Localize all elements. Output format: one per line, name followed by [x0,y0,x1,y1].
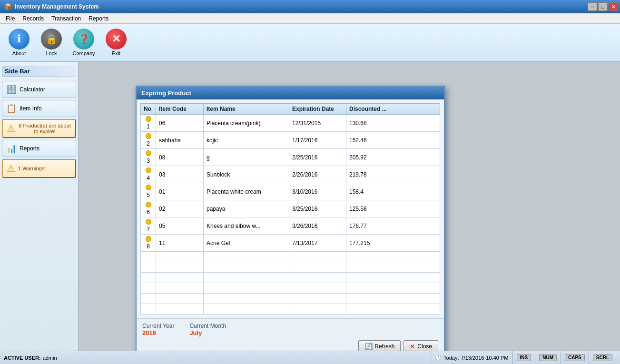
calculator-icon: 🔢 [6,84,17,95]
cell-no: 2 [141,132,156,149]
dialog-footer: Current Year 2016 Current Month July 🔄 R… [137,318,444,351]
expiring-product-dialog: Expiring Product No Item Code Item Name … [136,86,445,351]
caps-key: CAPS [561,351,589,364]
caps-label: CAPS [565,354,585,361]
products-expiring-button[interactable]: ⚠ 8 Product(s) are about to expire! [2,119,76,138]
num-key: NUM [535,351,561,364]
cell-no: 5 [141,183,156,200]
row-indicator [146,150,151,156]
today-label: Today: [443,355,459,361]
close-window-button[interactable]: ✕ [609,2,618,11]
exit-button[interactable]: ✕ Exit [101,26,131,59]
row-indicator [146,219,151,225]
current-year-value: 2016 [142,329,174,336]
cell-code: 03 [156,166,204,183]
table-row[interactable]: 8 11 Acne Gel 7/13/2017 177.215 [141,235,440,252]
cell-code: 02 [156,200,204,217]
sidebar-title: Side Bar [2,66,76,77]
refresh-icon: 🔄 [364,343,373,350]
cell-name: kojic [204,132,289,149]
status-bar: ACTIVE USER: admin 🕐 Today: 7/13/2016 10… [0,351,620,364]
cell-code: 06 [156,115,204,132]
scrl-label: SCRL [593,354,612,361]
warnings-button[interactable]: ⚠ 1 Warnings! [2,159,76,178]
col-item-code: Item Code [156,104,204,115]
current-month-section: Current Month July [189,323,226,336]
current-month-label: Current Month [189,323,226,329]
reports-button[interactable]: 📊 Reports [2,140,76,157]
cell-discounted: 130.68 [346,115,440,132]
cell-name: Acne Gel [204,235,289,252]
warnings-label: 1 Warnings! [18,166,46,171]
table-row-empty [141,304,440,315]
cell-code: 01 [156,183,204,200]
col-item-name: Item Name [204,104,289,115]
menu-transaction[interactable]: Transaction [48,14,85,23]
table-row[interactable]: 4 03 Sunblock 2/26/2016 219.78 [141,166,440,183]
table-row[interactable]: 7 05 Knees and elbow w... 3/26/2016 176.… [141,217,440,235]
close-dialog-button[interactable]: ✕ Close [403,340,438,351]
cell-name: g [204,149,289,166]
reports-icon: 📊 [6,143,17,154]
table-row-empty [141,294,440,304]
calculator-label: Calculator [20,86,45,93]
ins-key: INS [512,351,535,364]
table-row-empty [141,283,440,294]
item-info-button[interactable]: 📋 Item Info [2,100,76,117]
table-row[interactable]: 3 08 g 2/25/2016 205.92 [141,149,440,166]
cell-no: 4 [141,166,156,183]
active-user-name: admin [43,355,57,361]
status-indicators: 🕐 Today: 7/13/2016 10:40 PM INS NUM CAPS… [431,351,616,364]
cell-discounted: 177.215 [346,235,440,252]
about-label: About [12,50,26,56]
app-icon: 📦 [4,3,12,10]
cell-exp-date: 3/10/2016 [289,183,346,200]
cell-no: 1 [141,115,156,132]
footer-info: Current Year 2016 Current Month July [142,323,438,336]
cell-exp-date: 2/25/2016 [289,149,346,166]
lock-label: Lock [46,50,57,56]
row-indicator [146,236,151,242]
active-user-label: ACTIVE USER: [4,355,41,361]
lock-button[interactable]: 🔒 Lock [36,26,67,59]
sidebar: Side Bar 🔢 Calculator 📋 Item Info ⚠ 8 Pr… [0,62,79,351]
num-label: NUM [539,354,557,361]
lock-icon: 🔒 [41,29,62,49]
current-month-value: July [189,329,226,336]
current-time: 10:40 PM [486,355,508,361]
table-row[interactable]: 2 sahhaha kojic 1/17/2016 152.46 [141,132,440,149]
table-row[interactable]: 5 01 Placenta white cream 3/10/2016 158.… [141,183,440,200]
table-row[interactable]: 6 02 papaya 3/25/2016 125.58 [141,200,440,217]
row-indicator [146,116,151,122]
refresh-button[interactable]: 🔄 Refresh [358,340,401,351]
product-table-body: 1 06 Placenta cream(pink) 12/31/2015 130… [141,115,440,315]
dialog-title: Expiring Product [141,89,191,97]
minimize-button[interactable]: ─ [588,2,597,11]
cell-exp-date: 2/26/2016 [289,166,346,183]
cell-name: Placenta cream(pink) [204,115,289,132]
cell-name: Placenta white cream [204,183,289,200]
cell-discounted: 219.78 [346,166,440,183]
toolbar: ℹ About 🔒 Lock ❓ Company ✕ Exit [0,24,620,62]
menu-file[interactable]: File [2,14,19,23]
app-title: Inventory Management System [15,3,99,10]
calculator-button[interactable]: 🔢 Calculator [2,81,76,98]
about-button[interactable]: ℹ About [4,26,34,59]
exit-icon: ✕ [106,29,127,49]
menu-reports[interactable]: Reports [85,14,112,23]
cell-discounted: 158.4 [346,183,440,200]
row-indicator [146,133,151,139]
menu-records[interactable]: Records [19,14,48,23]
close-icon: ✕ [410,343,415,350]
table-row-empty [141,262,440,273]
table-row[interactable]: 1 06 Placenta cream(pink) 12/31/2015 130… [141,115,440,132]
row-indicator [146,185,151,190]
cell-discounted: 125.58 [346,200,440,217]
table-row-empty [141,273,440,283]
cell-no: 6 [141,200,156,217]
company-button[interactable]: ❓ Company [69,26,99,59]
maximize-button[interactable]: □ [598,2,608,11]
clock-icon: 🕐 [435,354,442,361]
cell-name: papaya [204,200,289,217]
cell-exp-date: 7/13/2017 [289,235,346,252]
